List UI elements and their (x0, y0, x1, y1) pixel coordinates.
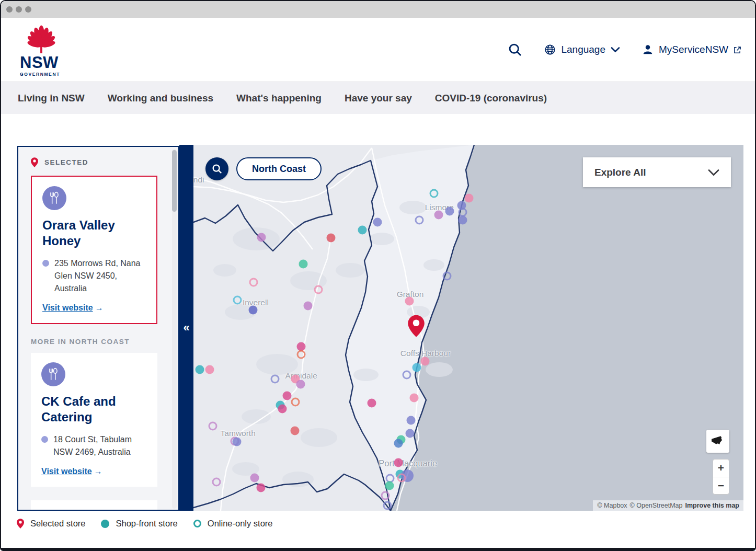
legend-label: Selected store (30, 519, 85, 529)
window-control-dot[interactable] (16, 6, 22, 13)
chevron-down-icon (708, 169, 719, 176)
map-marker[interactable] (367, 399, 376, 408)
map-marker[interactable] (296, 380, 305, 388)
map-marker[interactable] (233, 437, 242, 446)
external-link-icon (734, 46, 741, 54)
map-marker[interactable] (327, 233, 336, 242)
store-card[interactable]: CK Cafe and Catering 18 Court St, Tabula… (31, 353, 157, 487)
zoom-out-button[interactable]: − (713, 477, 729, 495)
panel-collapse-strip[interactable]: « (179, 145, 193, 511)
visit-website-link[interactable]: Visit website→ (42, 303, 104, 312)
map-marker[interactable] (208, 422, 217, 431)
map-marker[interactable] (415, 216, 424, 225)
map-marker[interactable] (373, 217, 382, 226)
nav-item-have-your-say[interactable]: Have your say (345, 93, 412, 104)
outline-circle-icon (193, 520, 201, 527)
nav-item-whats-happening[interactable]: What's happening (236, 93, 322, 104)
map-marker[interactable] (249, 278, 258, 287)
map-marker[interactable] (406, 416, 415, 425)
map-marker[interactable] (405, 296, 414, 305)
map-marker[interactable] (290, 426, 299, 435)
map-marker[interactable] (212, 477, 221, 486)
map-marker[interactable] (406, 429, 415, 438)
language-menu[interactable]: Language (544, 44, 620, 55)
attribution-improve-link[interactable]: Improve this map (685, 502, 740, 509)
map-marker[interactable] (299, 260, 308, 269)
map-marker[interactable] (459, 216, 467, 225)
avatar (41, 362, 65, 386)
window-control-dot[interactable] (6, 6, 13, 13)
map-marker[interactable] (465, 194, 474, 203)
map-marker[interactable] (397, 474, 406, 483)
avatar (41, 510, 65, 511)
browser-window: NSW GOVERNMENT Language (0, 0, 756, 551)
map-marker[interactable] (434, 210, 443, 219)
legend-item-selected: Selected store (17, 519, 85, 529)
map-marker[interactable] (403, 371, 411, 380)
arrow-right-icon: → (94, 467, 102, 476)
panel-scrollbar[interactable] (172, 149, 177, 509)
map-marker[interactable] (442, 272, 451, 281)
map-marker[interactable] (413, 363, 421, 372)
store-address: 18 Court St, Tabulam NSW 2469, Australia (53, 433, 147, 458)
nsw-government-logo[interactable]: NSW GOVERNMENT (20, 23, 67, 77)
nav-item-working-and-business[interactable]: Working and business (108, 93, 213, 104)
map-town-label: Inverell (243, 298, 269, 307)
store-name: Orara Valley Honey (42, 217, 146, 249)
header-search-button[interactable] (508, 42, 522, 57)
site-header: NSW GOVERNMENT Language (1, 18, 755, 82)
legend-item-online: Online-only store (193, 519, 273, 529)
nav-item-living-in-nsw[interactable]: Living in NSW (18, 93, 85, 104)
map-marker[interactable] (409, 393, 418, 402)
legend-label: Shop-front store (116, 519, 177, 529)
map-marker[interactable] (445, 206, 454, 215)
map-marker[interactable] (257, 483, 266, 492)
map-town-label: Armidale (285, 371, 317, 381)
map-marker[interactable] (195, 365, 204, 374)
store-card[interactable]: Byron Bay Cacao (31, 500, 157, 511)
map-marker[interactable] (291, 398, 300, 407)
map-zoom-control: + − (713, 459, 729, 495)
map-marker[interactable] (257, 233, 266, 242)
map-marker[interactable] (381, 491, 390, 500)
attribution-mapbox[interactable]: © Mapbox (597, 502, 627, 509)
map-marker[interactable] (250, 474, 259, 483)
visit-website-link[interactable]: Visit website→ (41, 467, 102, 476)
nsw-extent-button[interactable] (706, 430, 729, 453)
account-link[interactable]: MyServiceNSW (642, 44, 741, 55)
arrow-right-icon: → (95, 303, 104, 313)
map-attribution: © Mapbox © OpenStreetMap Improve this ma… (593, 500, 743, 511)
nav-item-covid-19[interactable]: COVID-19 (coronavirus) (435, 93, 547, 104)
map-town-label: indi (193, 175, 204, 185)
map-marker[interactable] (270, 375, 279, 384)
search-icon (508, 42, 522, 57)
explore-all-dropdown[interactable]: Explore All (583, 157, 731, 187)
attribution-osm[interactable]: © OpenStreetMap (630, 502, 683, 509)
map-marker[interactable] (429, 189, 438, 198)
selected-store-pin[interactable] (408, 315, 425, 339)
map-marker[interactable] (297, 350, 306, 359)
map-search-button[interactable] (205, 157, 228, 180)
store-card-selected[interactable]: Orara Valley Honey 235 Morrows Rd, Nana … (31, 176, 157, 324)
explore-all-label: Explore All (594, 167, 646, 178)
map-marker[interactable] (358, 226, 366, 235)
map-container[interactable]: indiLismoreGraftonCoffs HarbourInverellA… (193, 145, 743, 511)
map-marker[interactable] (278, 404, 287, 413)
map-marker[interactable] (233, 295, 242, 304)
map-marker[interactable] (314, 285, 323, 294)
window-control-dot[interactable] (25, 6, 31, 13)
map-markers-layer: indiLismoreGraftonCoffs HarbourInverellA… (193, 145, 743, 511)
map-marker[interactable] (385, 481, 394, 490)
store-name: CK Cafe and Catering (41, 394, 147, 425)
map-marker[interactable] (383, 501, 392, 510)
map-marker[interactable] (420, 357, 429, 365)
panel-scrollbar-thumb[interactable] (172, 150, 177, 212)
map-marker[interactable] (303, 302, 312, 311)
zoom-in-button[interactable]: + (713, 460, 729, 477)
region-pill[interactable]: North Coast (236, 157, 322, 180)
map-marker[interactable] (394, 458, 403, 467)
map-marker[interactable] (282, 392, 291, 400)
map-marker[interactable] (394, 439, 403, 448)
map-marker[interactable] (205, 365, 214, 374)
map-marker[interactable] (248, 305, 257, 314)
